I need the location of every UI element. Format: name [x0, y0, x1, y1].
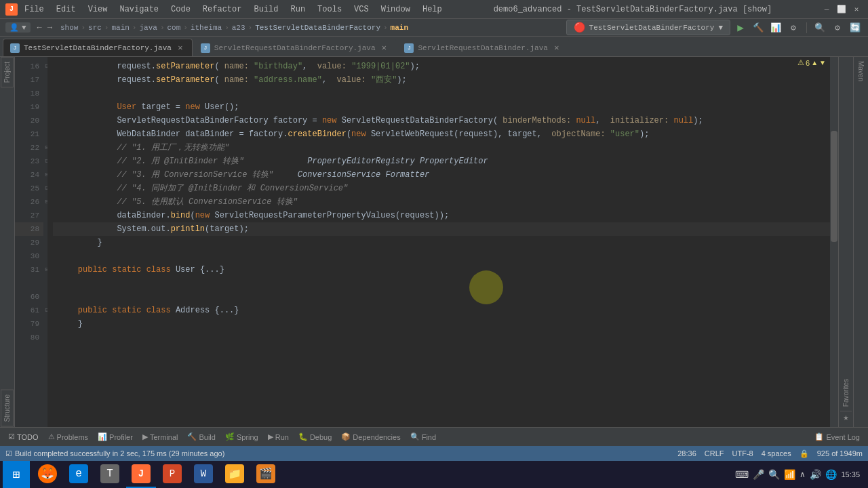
coverage-button[interactable]: 📊 [768, 20, 783, 35]
build-tool-button[interactable]: 🔨 Build [183, 430, 219, 445]
problems-button[interactable]: ⚠ Problems [44, 430, 92, 445]
maximize-button[interactable]: ⬜ [835, 3, 848, 16]
terminal-button[interactable]: ▶ Terminal [138, 430, 182, 445]
location-text[interactable]: 925 of 1949m [817, 449, 863, 458]
close-button[interactable]: ✕ [850, 3, 863, 16]
vcs-button[interactable]: 👤▼ [5, 22, 31, 33]
taskbar-notepad[interactable]: T [95, 461, 125, 488]
build-button[interactable]: 🔨 [751, 20, 766, 35]
ln-61: 61 ⊟ [15, 304, 43, 317]
taskbar-word[interactable]: W [189, 461, 218, 488]
taskbar-intellij[interactable]: J [126, 461, 156, 488]
breadcrumb-a23[interactable]: a23 [232, 24, 245, 32]
spring-button[interactable]: 🌿 Spring [221, 430, 262, 445]
run-configuration[interactable]: 🔴 TestServletDataBinderFactory ▼ [566, 20, 730, 35]
breadcrumb-show[interactable]: show [60, 24, 78, 32]
tab-testservlet[interactable]: J TestServletDataBinderFactory.java ✕ [3, 39, 193, 56]
tab-servletrequestbinderfactory[interactable]: J ServletRequestDataBinderFactory.java ✕ [193, 39, 397, 56]
tab-icon-3: J [404, 43, 414, 53]
ln-27: 27 [15, 209, 43, 222]
editor-area[interactable]: ⚠ 6 ▲ ▼ 16 ⊟ 17 18 19 20 21 22 ⊟ 23 ⊟ [15, 57, 838, 427]
clock[interactable]: 15:35 [841, 470, 860, 479]
breadcrumb-itheima[interactable]: itheima [191, 24, 222, 32]
taskbar-edge[interactable]: e [64, 461, 94, 488]
menu-bar: File Edit View Navigate Code Refactor Bu… [22, 3, 445, 16]
start-button[interactable]: ⊞ [3, 461, 30, 488]
favorites-button[interactable]: Favorites [840, 375, 852, 411]
menu-vcs[interactable]: VCS [351, 3, 372, 16]
taskbar-firefox[interactable]: 🦊 [33, 461, 62, 488]
menu-file[interactable]: File [22, 3, 47, 16]
wifi-icon: 📶 [784, 469, 795, 480]
indent[interactable]: 4 spaces [762, 449, 791, 458]
tab-servletrequestdatabinder[interactable]: J ServletRequestDataBinder.java ✕ [397, 39, 568, 56]
menu-help[interactable]: Help [420, 3, 445, 16]
close-tab-1[interactable]: ✕ [176, 43, 185, 53]
settings-button[interactable]: ⚙ [830, 20, 845, 35]
breadcrumb-class[interactable]: TestServletDataBinderFactory [255, 24, 380, 32]
debug-button[interactable]: 🐛 Debug [294, 430, 336, 445]
menu-code[interactable]: Code [168, 3, 193, 16]
close-tab-2[interactable]: ✕ [379, 43, 389, 53]
minimize-button[interactable]: — [821, 3, 833, 16]
scrollbar-thumb[interactable] [831, 131, 837, 242]
arrow-icon[interactable]: ∧ [800, 470, 806, 479]
encoding[interactable]: UTF-8 [732, 449, 753, 458]
maven-button[interactable]: Maven [855, 57, 867, 85]
network-icon[interactable]: 🌐 [825, 469, 837, 480]
tab-label-2: ServletRequestDataBinderFactory.java [214, 44, 376, 52]
update-button[interactable]: 🔄 [848, 20, 863, 35]
todo-icon: ☑ [8, 432, 15, 441]
taskbar-powerpoint[interactable]: P [157, 461, 187, 488]
menu-tools[interactable]: Tools [315, 3, 344, 16]
breadcrumb-main[interactable]: main [111, 24, 129, 32]
breadcrumb-java[interactable]: java [139, 24, 157, 32]
menu-refactor[interactable]: Refactor [200, 3, 245, 16]
run-label: Run [275, 433, 289, 441]
code-editor[interactable]: request.setParameter( name: "birthday", … [47, 57, 830, 427]
todo-button[interactable]: ☑ TODO [4, 430, 43, 445]
profiler-button[interactable]: 📊 Profiler [94, 430, 137, 445]
menu-build[interactable]: Build [251, 3, 281, 16]
close-tab-3[interactable]: ✕ [552, 43, 561, 53]
more-run-button[interactable]: ⚙ [786, 20, 801, 35]
tab-label-1: TestServletDataBinderFactory.java [24, 44, 172, 52]
warning-down[interactable]: ▼ [819, 59, 826, 66]
warning-up[interactable]: ▲ [811, 59, 818, 66]
menu-edit[interactable]: Edit [54, 3, 79, 16]
line-ending[interactable]: CRLF [705, 449, 724, 458]
menu-window[interactable]: Window [378, 3, 413, 16]
breadcrumb-src[interactable]: src [88, 24, 102, 32]
find-button[interactable]: 🔍 Find [406, 430, 440, 445]
mic-icon: 🎤 [753, 469, 764, 480]
menu-view[interactable]: View [85, 3, 111, 16]
run-tool-button[interactable]: ▶ Run [264, 430, 293, 445]
favorites-star-icon[interactable]: ★ [843, 411, 848, 427]
project-panel-button[interactable]: Project [1, 57, 14, 87]
run-button[interactable]: ▶ [733, 20, 748, 35]
status-right: 28:36 CRLF UTF-8 4 spaces 🔒 925 of 1949m [677, 449, 863, 458]
event-log-button[interactable]: 📋 Event Log [810, 430, 864, 445]
taskbar-vlc[interactable]: 🎬 [251, 461, 281, 488]
menu-run[interactable]: Run [288, 3, 308, 16]
code-line-22: // "1. 用工厂，无转换功能" [53, 141, 830, 155]
code-line-blank [53, 277, 830, 290]
taskbar-explorer[interactable]: 📁 [220, 461, 250, 488]
speaker-icon[interactable]: 🔊 [810, 469, 821, 480]
cursor-position[interactable]: 28:36 [677, 449, 696, 458]
dependencies-button[interactable]: 📦 Dependencies [337, 430, 404, 445]
breadcrumb-method[interactable]: main [391, 24, 408, 32]
menu-navigate[interactable]: Navigate [117, 3, 161, 16]
breadcrumb-com[interactable]: com [167, 24, 180, 32]
code-line-30 [53, 249, 830, 263]
todo-label: TODO [17, 433, 39, 441]
code-line-20: ServletRequestDataBinderFactory factory … [53, 114, 830, 127]
code-line-31: public static class User {...} [53, 263, 830, 277]
structure-panel-button[interactable]: Structure [1, 390, 14, 427]
code-line-26: // "5. 使用默认 ConversionService 转换" [53, 195, 830, 209]
ln-29: 29 [15, 236, 43, 249]
search-button[interactable]: 🔍 [812, 20, 827, 35]
vertical-scrollbar[interactable] [830, 57, 838, 427]
warning-indicator[interactable]: ⚠ 6 ▲ ▼ [795, 57, 829, 68]
terminal-label: Terminal [150, 433, 178, 441]
